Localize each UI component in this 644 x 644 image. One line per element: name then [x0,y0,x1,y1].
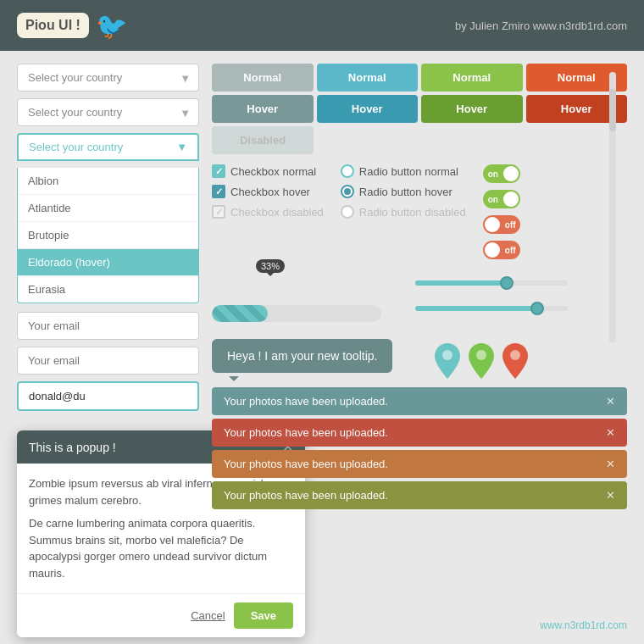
watermark: www.n3rdb1rd.com [540,619,627,631]
dropdown-item-eurasia[interactable]: Eurasia [18,276,198,303]
btn-gray-disabled: Disabled [212,126,314,154]
notif-close-4[interactable]: ✕ [606,489,615,502]
toggle-on-2[interactable]: on [483,190,520,208]
checkbox-normal-label: Checkbox normal [230,165,316,178]
select-open-label: Select your country [29,141,123,153]
checkbox-disabled-row: ✓ Checkbox disabled [212,205,324,219]
toggle-on-2-row: on [483,190,520,208]
select-wrapper-2: Select your country ▼ [17,98,199,126]
radio-group: Radio button normal Radio button hover R… [341,164,466,219]
radio-disabled-label: Radio button disabled [359,206,466,219]
checkbox-hover-row: ✓ Checkbox hover [212,185,324,198]
notification-2: Your photos have been uploaded. ✕ [212,419,627,447]
notification-4: Your photos have been uploaded. ✕ [212,481,627,509]
toggle-off-1[interactable]: off [483,215,520,234]
select-country-2[interactable]: Select your country [17,98,199,126]
button-row-3: Disabled [212,126,627,154]
pin-red [502,343,528,379]
notif-text-2: Your photos have been uploaded. [224,426,388,439]
check-mark: ✓ [215,166,223,177]
dropdown-item-atlantide[interactable]: Atlantide [18,195,198,222]
dropdown-list: Albion Atlantide Brutopie Eldorado (hove… [17,168,199,303]
toggle-on-1[interactable]: on [483,164,520,183]
checkbox-hover[interactable]: ✓ [212,185,225,198]
btn-green-hover[interactable]: Hover [421,95,523,123]
dropdown-item-brutopie[interactable]: Brutopie [18,222,198,249]
logo-area: Piou UI ! 🐦 [17,11,127,41]
bird-icon: 🐦 [96,11,127,41]
map-pins [435,343,528,379]
notification-1: Your photos have been uploaded. ✕ [212,387,627,415]
logo-text: Piou UI ! [25,18,80,32]
select-open-arrow: ▼ [176,141,187,153]
tooltip-text: Heya ! I am your new tooltip. [227,349,377,363]
scrollbar-section [607,72,619,343]
toggle-off-2-label: off [505,246,516,255]
radio-normal-row: Radio button normal [341,164,466,178]
notifications: Your photos have been uploaded. ✕ Your p… [212,387,627,509]
notif-close-1[interactable]: ✕ [606,395,615,408]
radio-hover-row: Radio button hover [341,185,466,198]
check-mark-disabled: ✓ [215,207,223,218]
toggle-off-1-row: off [483,215,520,234]
svg-point-0 [442,350,452,360]
slider-section [415,274,568,322]
radio-hover-label: Radio button hover [359,186,452,198]
left-panel: Select your country ▼ Select your countr… [17,64,199,637]
notification-3: Your photos have been uploaded. ✕ [212,450,627,478]
tooltip-box: Heya ! I am your new tooltip. [212,339,392,373]
logo-box: Piou UI ! [17,13,89,38]
radio-inner-hover [344,188,351,195]
popup-title: This is a popup ! [29,441,116,454]
radio-disabled [341,205,354,219]
radio-normal[interactable] [341,164,354,178]
toggle-on-2-label: on [488,195,498,204]
button-row-1: Normal Normal Normal Normal [212,64,627,92]
notif-text-4: Your photos have been uploaded. [224,489,388,502]
btn-gray-hover[interactable]: Hover [212,95,314,123]
dropdown-item-albion[interactable]: Albion [18,168,198,195]
btn-green-normal[interactable]: Normal [421,64,523,92]
select-country-1[interactable]: Select your country [17,64,199,92]
select-open-trigger[interactable]: Select your country ▼ [17,133,199,161]
pin-teal [435,343,460,379]
email-input-1[interactable] [17,312,199,340]
toggle-off-2[interactable]: off [483,241,520,259]
header-credit: by Julien Zmiro www.n3rdb1rd.com [455,19,627,32]
scrollbar-track [609,72,616,343]
btn-blue-normal[interactable]: Normal [317,64,419,92]
button-row-2: Hover Hover Hover Hover [212,95,627,123]
toggle-off-2-row: off [483,241,520,259]
progress-bar-fill [212,305,268,322]
progress-and-slider: 33% [212,269,627,322]
email-input-2[interactable] [17,347,199,375]
notif-text-3: Your photos have been uploaded. [224,458,388,470]
pin-green [469,343,494,379]
progress-label: 33% [256,259,285,273]
check-mark-hover: ✓ [215,186,223,197]
notif-text-1: Your photos have been uploaded. [224,395,388,408]
checkbox-normal-row: ✓ Checkbox normal [212,164,324,178]
slider-track-2 [415,306,568,311]
checkbox-group: ✓ Checkbox normal ✓ Checkbox hover ✓ Che… [212,164,324,219]
email-input-3[interactable] [17,381,199,411]
slider-thumb-2[interactable] [530,302,544,315]
header: Piou UI ! 🐦 by Julien Zmiro www.n3rdb1rd… [0,0,644,51]
notif-close-3[interactable]: ✕ [606,458,615,470]
notif-close-2[interactable]: ✕ [606,426,615,439]
progress-bar-outer [212,305,381,322]
toggle-knob-on-2 [503,192,519,207]
btn-gray-normal[interactable]: Normal [212,64,314,92]
btn-blue-hover[interactable]: Hover [317,95,419,123]
select-wrapper-1: Select your country ▼ [17,64,199,92]
slider-thumb-1[interactable] [500,276,514,290]
dropdown-item-eldorado[interactable]: Eldorado (hover) [18,249,198,276]
checkbox-disabled-label: Checkbox disabled [230,206,324,219]
radio-disabled-row: Radio button disabled [341,205,466,219]
checkbox-normal[interactable]: ✓ [212,164,225,178]
slider-track-1 [415,280,568,286]
svg-point-2 [510,350,520,360]
scrollbar-thumb[interactable] [609,89,616,131]
radio-hover[interactable] [341,185,354,198]
radio-normal-label: Radio button normal [359,165,458,178]
